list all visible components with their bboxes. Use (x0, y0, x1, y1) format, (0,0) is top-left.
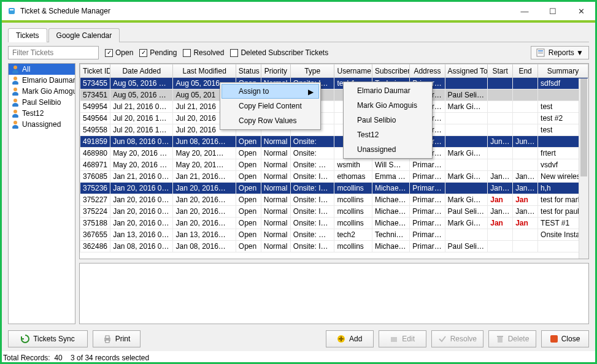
table-row[interactable]: 362486Jan 08, 2016 09…Jan 08, 2016…OpenN… (80, 241, 588, 252)
checkbox-deleted[interactable]: Deleted Subscriber Tickets (230, 48, 328, 57)
table-row[interactable]: 491859Jun 08, 2016 08…Jun 08, 2016…OpenN… (80, 136, 588, 148)
scroll-thumb[interactable] (580, 78, 587, 176)
reports-button[interactable]: Reports ▼ (531, 46, 589, 59)
submenu-item[interactable]: Test12 (345, 127, 431, 142)
table-row[interactable]: 468980May 20, 2016 0…May 20, 201…OpenNor… (80, 148, 588, 159)
close-window-button[interactable]: ✕ (567, 2, 595, 20)
submenu-item[interactable]: Paul Selibio (345, 113, 431, 127)
table-cell: 549564 (80, 113, 110, 124)
column-header[interactable]: Priority (261, 64, 290, 78)
table-cell (513, 113, 538, 124)
table-cell: Jun 0… (488, 136, 513, 148)
table-cell: Aug 05, 2016 0… (110, 78, 173, 89)
table-cell: Jul 21, 2016 03:… (110, 101, 173, 113)
table-cell: Open (236, 229, 261, 241)
checkbox-pending[interactable]: ✓Pending (139, 48, 177, 57)
sidebar-item[interactable]: Elmario Daumar (9, 75, 75, 86)
table-row[interactable]: 573451Aug 05, 2016 0…Aug 05, 201Primary:… (80, 89, 588, 101)
sidebar-item[interactable]: Mark Gio Amoguis (9, 86, 75, 97)
svg-point-15 (12, 114, 18, 118)
checkbox-open[interactable]: ✓Open (105, 48, 133, 57)
table-cell: May 20, 201… (173, 159, 236, 171)
edit-button[interactable]: Edit (379, 330, 426, 347)
table-cell: Paul Selibio (445, 206, 488, 218)
column-header[interactable]: Assigned To (445, 64, 488, 78)
column-header[interactable]: Last Modified (173, 64, 236, 78)
table-row[interactable]: 375227Jan 20, 2016 09…Jan 20, 2016…OpenN… (80, 194, 588, 206)
person-icon (11, 76, 20, 85)
table-cell: May 20, 2016 0… (110, 148, 173, 159)
context-menu-item[interactable]: Copy Field Content (221, 99, 319, 113)
column-header[interactable]: Ticket ID (80, 64, 110, 78)
column-header[interactable]: Type (290, 64, 334, 78)
column-header[interactable]: Date Added (110, 64, 173, 78)
sidebar-item[interactable]: Paul Selibio (9, 97, 75, 108)
context-menu-item[interactable]: Copy Row Values (221, 113, 319, 128)
column-header[interactable]: Subscriber (372, 64, 409, 78)
table-cell: Aug 05, 2016 0… (110, 89, 173, 101)
table-cell: Jan 20, 2016 09… (110, 194, 173, 206)
app-window: Ticket & Schedule Manager — ☐ ✕ TicketsG… (1, 1, 596, 363)
table-cell: Normal (261, 136, 290, 148)
delete-button[interactable]: Delete (488, 330, 536, 347)
table-cell: 375227 (80, 194, 110, 206)
column-header[interactable]: End (513, 64, 538, 78)
table-cell: May 20, 2016 0… (110, 159, 173, 171)
column-header[interactable]: Start (488, 64, 513, 78)
minimize-button[interactable]: — (510, 2, 539, 20)
table-row[interactable]: 549564Jul 20, 2016 10:…Jul 20, 2016Prima… (80, 113, 588, 124)
ticket-grid[interactable]: Ticket IDDate AddedLast ModifiedStatusPr… (79, 63, 589, 259)
table-cell: Jan 20, 2016 09… (110, 206, 173, 218)
table-cell: Onsite: Ins… (290, 218, 334, 229)
table-cell: Jan (513, 218, 538, 229)
table-row[interactable]: 549558Jul 20, 2016 10:…Jul 20, 2016Prima… (80, 124, 588, 136)
table-row[interactable]: 468971May 20, 2016 0…May 20, 201…OpenNor… (80, 159, 588, 171)
checkbox-resolved[interactable]: Resolved (183, 48, 224, 57)
resolve-button[interactable]: Resolve (431, 330, 483, 347)
table-cell (488, 113, 513, 124)
table-cell: Open (236, 159, 261, 171)
tab-google-calendar[interactable]: Google Calendar (48, 28, 120, 42)
table-row[interactable]: 549954Jul 21, 2016 03:…Jul 21, 2016Prima… (80, 101, 588, 113)
sync-button[interactable]: Tickets Sync (8, 330, 88, 347)
vertical-scrollbar[interactable] (579, 78, 588, 259)
svg-point-17 (12, 125, 18, 129)
table-cell (513, 89, 538, 101)
table-row[interactable]: 573455Aug 05, 2016 0…Aug 05, 2016…OpenNo… (80, 78, 588, 89)
table-cell: Primary:… (410, 218, 445, 229)
print-button[interactable]: Print (93, 330, 141, 347)
person-icon (11, 98, 20, 107)
table-cell: Mark Gio A… (445, 194, 488, 206)
table-cell: mcollins (334, 194, 372, 206)
close-button[interactable]: Close (541, 330, 589, 347)
table-row[interactable]: 375188Jan 20, 2016 09…Jan 20, 2016…OpenN… (80, 218, 588, 229)
sidebar-item[interactable]: Test12 (9, 108, 75, 119)
submenu-item[interactable]: Elmario Daumar (345, 83, 431, 98)
column-header[interactable]: Username (334, 64, 372, 78)
column-header[interactable]: Summary (538, 64, 588, 78)
tab-tickets[interactable]: Tickets (8, 28, 47, 42)
add-button[interactable]: Add (326, 330, 374, 347)
context-menu-item[interactable]: Assign to▶ (221, 84, 319, 99)
table-cell (488, 89, 513, 101)
maximize-button[interactable]: ☐ (539, 2, 567, 20)
submenu-item[interactable]: Mark Gio Amoguis (345, 98, 431, 113)
column-header[interactable]: Address (410, 64, 445, 78)
filter-input[interactable] (8, 46, 99, 59)
table-row[interactable]: 367655Jan 13, 2016 06…Jan 13, 2016…OpenN… (80, 229, 588, 241)
table-row[interactable]: 375224Jan 20, 2016 09…Jan 20, 2016…OpenN… (80, 206, 588, 218)
column-header[interactable]: Status (236, 64, 261, 78)
table-cell: mcollins (334, 183, 372, 194)
table-row[interactable]: 376085Jan 21, 2016 08…Jan 21, 2016…OpenN… (80, 171, 588, 183)
table-cell (445, 78, 488, 89)
table-cell: 549954 (80, 101, 110, 113)
sidebar-item[interactable]: Unassigned (9, 119, 75, 130)
svg-rect-20 (106, 340, 109, 343)
table-cell: Jan 2… (488, 206, 513, 218)
person-icon (11, 109, 20, 118)
submenu-item[interactable]: Unassigned (345, 142, 431, 157)
table-cell (488, 241, 513, 252)
context-menu: Assign to▶Copy Field ContentCopy Row Val… (220, 82, 321, 130)
sidebar-item[interactable]: All (9, 64, 75, 75)
table-row[interactable]: 375236Jan 20, 2016 09…Jan 20, 2016…OpenN… (80, 183, 588, 194)
